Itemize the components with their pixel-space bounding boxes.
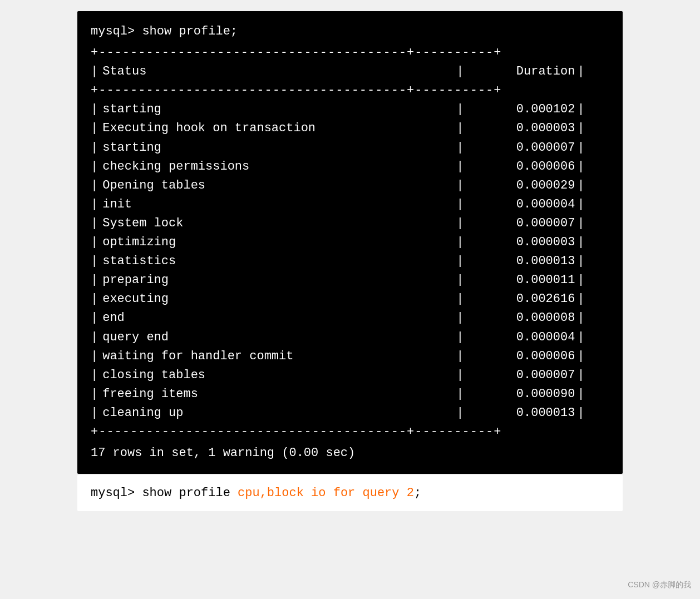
row-status: optimizing (100, 233, 456, 252)
command-text: mysql> show profile; (91, 24, 238, 38)
pipe-icon: | (456, 157, 464, 176)
pipe-icon: | (577, 119, 584, 138)
separator-bottom: +---------------------------------------… (91, 423, 609, 442)
pipe-icon: | (91, 347, 98, 366)
pipe-icon: | (577, 290, 584, 309)
table-row: | cleaning up | 0.000013 | (91, 404, 609, 423)
pipe-icon: | (456, 100, 464, 119)
row-duration: 0.000006 (466, 347, 577, 366)
table-row: | starting | 0.000102 | (91, 100, 609, 119)
terminal-main: mysql> show profile; +------------------… (77, 11, 623, 474)
row-duration: 0.002616 (466, 290, 577, 309)
row-status: freeing items (100, 385, 456, 404)
row-duration: 0.000090 (466, 385, 577, 404)
pipe-icon: | (577, 271, 584, 290)
table-row: | starting | 0.000007 | (91, 138, 609, 157)
row-duration: 0.000004 (466, 328, 577, 347)
pipe-icon: | (577, 176, 584, 195)
pipe-icon: | (456, 138, 464, 157)
row-status: preparing (100, 271, 456, 290)
pipe-icon: | (577, 214, 584, 233)
table-row: | statistics | 0.000013 | (91, 252, 609, 271)
table-row: | checking permissions | 0.000006 | (91, 157, 609, 176)
pipe-icon: | (456, 290, 464, 309)
row-duration: 0.000007 (466, 138, 577, 157)
header-status: Status (100, 62, 456, 81)
table-row: | waiting for handler commit | 0.000006 … (91, 347, 609, 366)
pipe-icon: | (456, 328, 464, 347)
second-command-prefix: mysql> show profile (91, 486, 238, 500)
pipe-icon: | (91, 404, 98, 423)
pipe-icon: | (577, 366, 584, 385)
pipe-icon: | (577, 195, 584, 214)
table-header: | Status | Duration | (91, 62, 609, 81)
pipe-icon: | (91, 328, 98, 347)
table-row: | preparing | 0.000011 | (91, 271, 609, 290)
row-duration: 0.000011 (466, 271, 577, 290)
row-duration: 0.000006 (466, 157, 577, 176)
pipe-icon: | (577, 62, 584, 81)
row-status: init (100, 195, 456, 214)
row-status: waiting for handler commit (100, 347, 456, 366)
pipe-icon: | (456, 176, 464, 195)
row-status: checking permissions (100, 157, 456, 176)
row-duration: 0.000007 (466, 214, 577, 233)
pipe-icon: | (91, 119, 98, 138)
pipe-icon: | (91, 62, 98, 81)
pipe-icon: | (456, 252, 464, 271)
table-row: | System lock | 0.000007 | (91, 214, 609, 233)
pipe-icon: | (456, 119, 464, 138)
csdn-credit: CSDN @赤脚的我 (628, 580, 691, 590)
row-status: starting (100, 138, 456, 157)
row-duration: 0.000013 (466, 404, 577, 423)
pipe-icon: | (456, 347, 464, 366)
pipe-icon: | (91, 309, 98, 328)
pipe-icon: | (456, 366, 464, 385)
pipe-icon: | (91, 290, 98, 309)
pipe-icon: | (577, 100, 584, 119)
row-status: executing (100, 290, 456, 309)
row-status: starting (100, 100, 456, 119)
header-duration: Duration (466, 62, 577, 81)
second-command: mysql> show profile cpu,block io for que… (91, 486, 609, 500)
row-status: Executing hook on transaction (100, 119, 456, 138)
pipe-icon: | (456, 233, 464, 252)
pipe-icon: | (91, 138, 98, 157)
pipe-icon: | (91, 252, 98, 271)
pipe-icon: | (456, 385, 464, 404)
pipe-icon: | (91, 233, 98, 252)
pipe-icon: | (91, 176, 98, 195)
pipe-icon: | (91, 366, 98, 385)
pipe-icon: | (577, 157, 584, 176)
pipe-icon: | (577, 252, 584, 271)
table-row: | end | 0.000008 | (91, 309, 609, 328)
pipe-icon: | (577, 347, 584, 366)
pipe-icon: | (577, 404, 584, 423)
pipe-icon: | (456, 309, 464, 328)
row-status: end (100, 309, 456, 328)
pipe-icon: | (456, 271, 464, 290)
row-duration: 0.000004 (466, 195, 577, 214)
pipe-icon: | (91, 214, 98, 233)
pipe-icon: | (91, 100, 98, 119)
row-duration: 0.000029 (466, 176, 577, 195)
separator-header: +---------------------------------------… (91, 81, 609, 100)
pipe-icon: | (91, 157, 98, 176)
row-status: Opening tables (100, 176, 456, 195)
pipe-icon: | (456, 195, 464, 214)
row-status: closing tables (100, 366, 456, 385)
table-row: | optimizing | 0.000003 | (91, 233, 609, 252)
pipe-icon: | (91, 385, 98, 404)
pipe-icon: | (577, 309, 584, 328)
summary-line: 17 rows in set, 1 warning (0.00 sec) (91, 444, 609, 463)
row-duration: 0.000013 (466, 252, 577, 271)
table-row: | executing | 0.002616 | (91, 290, 609, 309)
row-status: cleaning up (100, 404, 456, 423)
row-duration: 0.000007 (466, 366, 577, 385)
table-row: | closing tables | 0.000007 | (91, 366, 609, 385)
pipe-icon: | (577, 233, 584, 252)
table-row: | Executing hook on transaction | 0.0000… (91, 119, 609, 138)
row-status: query end (100, 328, 456, 347)
pipe-icon: | (577, 328, 584, 347)
pipe-icon: | (91, 271, 98, 290)
